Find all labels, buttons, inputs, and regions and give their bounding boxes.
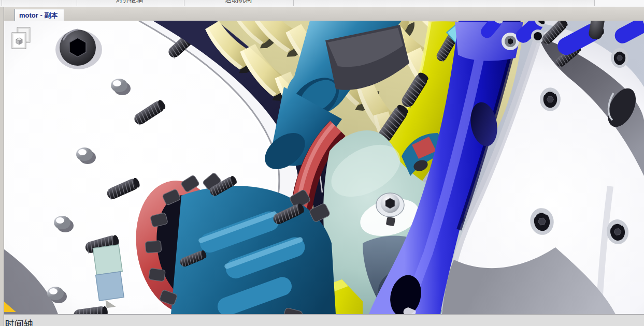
coupling-assembly[interactable] [126,172,336,314]
ribbon-group-label-motion: 运动机构 [225,0,252,3]
3d-scene[interactable] [4,21,644,314]
cube-glyph [16,38,22,45]
ribbon-strip: 对齐枢轴 运动机构 [0,0,644,7]
housing-bolt-hole [540,87,561,111]
ribbon-divider [77,0,77,6]
tab-motor-copy[interactable]: motor - 副本 [15,9,64,21]
housing-bolt-hole [611,48,628,68]
ribbon-divider [2,0,2,6]
ribbon-divider [184,0,184,6]
ribbon-end-segment [595,0,644,6]
timeline-panel[interactable]: 时间轴 [0,314,644,326]
left-edge-border [0,7,4,326]
app-window: 对齐枢轴 运动机构 motor - 副本 [0,0,644,326]
viewport[interactable] [4,21,644,314]
corner-warning-triangle[interactable] [4,302,16,312]
ribbon-divider [293,0,294,6]
document-tab-bar: motor - 副本 [0,7,644,21]
ribbon-group-label-align-pivot: 对齐枢轴 [116,0,143,3]
timeline-title: 时间轴 [5,319,33,326]
model-copy-icon[interactable] [11,27,31,50]
